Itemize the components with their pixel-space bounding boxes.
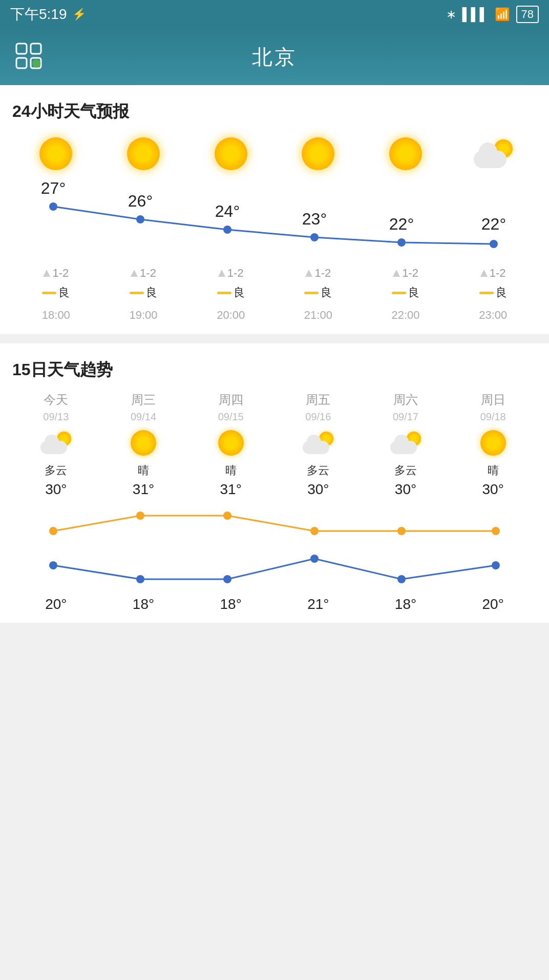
wind-row: 1-2 1-2 1-2 1-2 xyxy=(12,267,537,282)
day-high-2: 31° xyxy=(220,481,242,498)
temp-chart-24h: 27° 26° 24° 23° 22° 22° xyxy=(12,178,537,262)
wind-col-1: 1-2 xyxy=(100,267,187,282)
time-col-1: 19:00 xyxy=(100,307,187,322)
forecast-col-3 xyxy=(274,133,362,178)
day-col-0: 今天 09/13 多云 30° xyxy=(12,392,100,498)
aqi-col-4: 良 xyxy=(362,285,450,302)
low-temp-value-2: 18° xyxy=(220,596,242,612)
wind-info-2: 1-2 xyxy=(218,267,244,280)
time-col-2: 20:00 xyxy=(187,307,274,322)
aqi-col-2: 良 xyxy=(187,285,274,302)
low-temp-row: 20° 18° 18° 21° 18° 20° xyxy=(12,596,537,612)
day-col-2: 周四 09/15 晴 31° xyxy=(187,392,274,498)
forecast-24h-section: 24小时天气预报 xyxy=(0,85,549,334)
svg-point-11 xyxy=(49,202,57,211)
low-temp-value-4: 18° xyxy=(395,596,416,612)
wind-info-0: 1-2 xyxy=(43,267,69,280)
low-temp-col-1: 18° xyxy=(100,596,187,612)
day-high-4: 30° xyxy=(395,481,416,498)
weather-icon-5 xyxy=(473,133,514,174)
time-row: 18:00 19:00 20:00 21:00 22:00 23:00 xyxy=(12,307,537,322)
day-desc-2: 晴 xyxy=(225,463,237,478)
day-col-5: 周日 09/18 晴 30° xyxy=(449,392,537,498)
low-temp-col-5: 20° xyxy=(449,596,537,612)
weather-icon-3 xyxy=(298,133,339,174)
low-temp-value-0: 20° xyxy=(45,596,67,612)
svg-point-27 xyxy=(397,575,406,583)
wind-level-1: 1-2 xyxy=(140,267,156,280)
wifi-icon: 📶 xyxy=(495,7,510,22)
aqi-bar-5 xyxy=(479,292,494,294)
aqi-good-3: 良 xyxy=(304,285,332,300)
wind-level-4: 1-2 xyxy=(402,267,418,280)
aqi-good-1: 良 xyxy=(130,285,157,300)
signal-icon: ▌▌▌ xyxy=(462,7,489,22)
wind-level-5: 1-2 xyxy=(490,267,506,280)
day-name-3: 周五 xyxy=(306,392,330,408)
day-high-5: 30° xyxy=(482,481,504,498)
aqi-bar-0 xyxy=(42,292,56,294)
aqi-col-5: 良 xyxy=(449,285,537,302)
time-col-3: 21:00 xyxy=(274,307,362,322)
day-col-1: 周三 09/14 晴 31° xyxy=(100,392,187,498)
time-label-1: 19:00 xyxy=(129,309,157,322)
status-icons: ∗ ▌▌▌ 📶 78 xyxy=(446,6,539,23)
day-high-3: 30° xyxy=(307,481,329,498)
svg-point-20 xyxy=(310,527,319,535)
low-temp-col-0: 20° xyxy=(12,596,100,612)
weather-icon-2 xyxy=(210,133,251,174)
forecast-col-1 xyxy=(100,133,187,178)
svg-point-12 xyxy=(136,215,144,223)
day-col-3: 周五 09/16 多云 30° xyxy=(274,392,362,498)
aqi-bar-3 xyxy=(304,292,319,294)
svg-point-28 xyxy=(492,561,500,569)
forecast-15d-section: 15日天气趋势 今天 09/13 多云 30° 周三 09/14 xyxy=(0,343,549,623)
day-date-3: 09/16 xyxy=(305,411,331,423)
time-col-0: 18:00 xyxy=(12,307,100,322)
svg-text:24°: 24° xyxy=(215,202,240,220)
time-label-3: 21:00 xyxy=(304,309,332,322)
header-grid-icon[interactable] xyxy=(15,43,42,71)
wind-info-3: 1-2 xyxy=(305,267,331,280)
days-grid: 今天 09/13 多云 30° 周三 09/14 晴 3 xyxy=(12,392,537,498)
main-content: 24小时天气预报 xyxy=(0,85,549,623)
low-temp-value-3: 21° xyxy=(307,596,329,612)
low-temp-col-3: 21° xyxy=(274,596,362,612)
day-date-5: 09/18 xyxy=(480,411,506,423)
day-high-1: 31° xyxy=(133,481,154,498)
aqi-label-4: 良 xyxy=(408,285,419,300)
wind-arrow-icon-2 xyxy=(218,270,225,277)
svg-point-14 xyxy=(310,233,319,241)
svg-point-22 xyxy=(492,527,500,535)
aqi-bar-4 xyxy=(392,292,406,294)
wind-info-5: 1-2 xyxy=(480,267,506,280)
day-name-1: 周三 xyxy=(131,392,156,408)
svg-point-15 xyxy=(397,238,406,247)
svg-rect-0 xyxy=(16,44,27,54)
svg-point-4 xyxy=(32,59,40,68)
aqi-col-3: 良 xyxy=(274,285,362,302)
day-high-0: 30° xyxy=(45,481,67,498)
aqi-row: 良 良 良 良 xyxy=(12,285,537,302)
svg-point-23 xyxy=(49,561,57,569)
svg-point-26 xyxy=(310,555,319,563)
svg-text:22°: 22° xyxy=(481,215,506,233)
time-col-5: 23:00 xyxy=(449,307,537,322)
time-label-0: 18:00 xyxy=(42,309,70,322)
svg-text:27°: 27° xyxy=(41,179,66,197)
day-icon-3 xyxy=(303,430,333,456)
day-name-5: 周日 xyxy=(481,392,505,408)
day-desc-0: 多云 xyxy=(45,463,67,478)
svg-text:26°: 26° xyxy=(128,192,153,210)
aqi-bar-1 xyxy=(130,292,144,294)
wind-arrow-icon-1 xyxy=(131,270,138,277)
svg-rect-1 xyxy=(31,44,41,54)
aqi-good-2: 良 xyxy=(217,285,245,300)
time-col-4: 22:00 xyxy=(362,307,450,322)
wind-col-5: 1-2 xyxy=(449,267,537,282)
svg-point-21 xyxy=(397,527,406,535)
day-col-4: 周六 09/17 多云 30° xyxy=(362,392,450,498)
wind-arrow-icon-3 xyxy=(305,270,312,277)
wind-arrow-icon-4 xyxy=(393,270,400,277)
status-time-area: 下午5:19 ⚡ xyxy=(10,5,86,24)
